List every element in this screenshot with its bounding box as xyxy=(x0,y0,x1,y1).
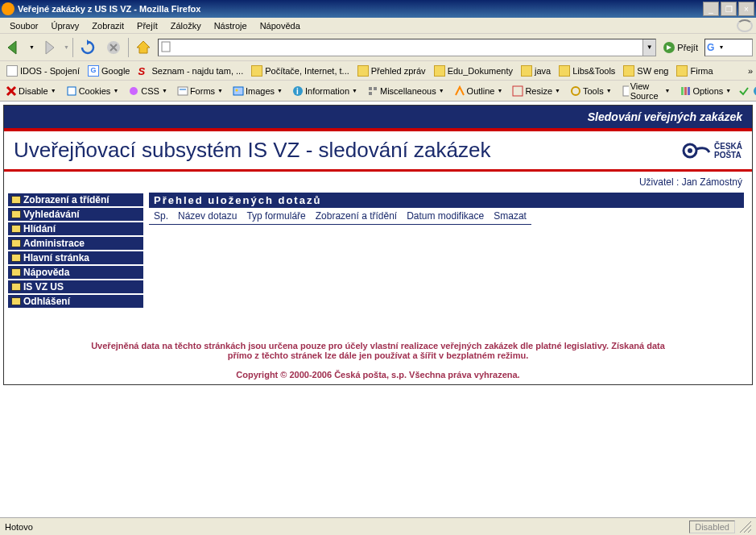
col-sp[interactable]: Sp. xyxy=(149,208,173,225)
url-input[interactable] xyxy=(175,43,642,52)
home-button[interactable] xyxy=(132,36,155,59)
address-bar[interactable]: ▼ xyxy=(158,39,656,56)
css-icon xyxy=(128,85,139,97)
section-title: Přehled uložených dotazů xyxy=(149,193,744,208)
bookmark-idos[interactable]: IDOS - Spojení xyxy=(3,64,83,78)
user-name: Jan Zámostný xyxy=(682,176,742,188)
dev-css[interactable]: CSS▼ xyxy=(126,84,170,98)
go-button[interactable]: Přejít xyxy=(659,41,701,54)
address-dropdown[interactable]: ▼ xyxy=(642,39,655,56)
menu-edit[interactable]: Úpravy xyxy=(44,19,85,32)
form-icon xyxy=(177,85,188,97)
bookmark-folder-edu[interactable]: Edu_Dokumenty xyxy=(431,64,516,78)
search-box[interactable]: G ▾ xyxy=(704,39,753,56)
dev-disable[interactable]: Disable▼ xyxy=(3,84,59,98)
bookmark-google[interactable]: GGoogle xyxy=(85,64,133,78)
page-topbar: Sledování veřejných zakázek xyxy=(4,106,752,131)
navigation-toolbar: ▼ ▼ ▼ Přejít G ▾ xyxy=(0,34,756,61)
dev-images[interactable]: Images▼ xyxy=(230,84,285,98)
col-zobrazeni[interactable]: Zobrazení a třídění xyxy=(311,208,402,225)
dev-check-icon[interactable] xyxy=(738,85,750,97)
folder-icon xyxy=(11,210,21,218)
menu-tools[interactable]: Nástroje xyxy=(208,19,254,32)
dev-viewsource[interactable]: View Source▼ xyxy=(619,80,673,102)
menu-go[interactable]: Přejít xyxy=(130,19,164,32)
menu-file[interactable]: Soubor xyxy=(3,19,44,32)
dev-outline[interactable]: Outline▼ xyxy=(452,84,506,98)
svg-rect-15 xyxy=(513,86,523,96)
svg-rect-6 xyxy=(178,87,188,95)
bookmark-folder-libs[interactable]: Libs&Tools xyxy=(556,64,618,78)
nav-hlavni[interactable]: Hlavní stránka xyxy=(7,251,144,265)
page-icon xyxy=(160,41,173,54)
page-title: Uveřejňovací subsystém IS VZ - sledování… xyxy=(14,138,679,163)
back-button[interactable] xyxy=(3,36,26,59)
minimize-button[interactable]: _ xyxy=(703,2,719,16)
status-disabled: Disabled xyxy=(689,520,735,533)
svg-rect-18 xyxy=(681,87,684,95)
bookmarks-overflow[interactable]: » xyxy=(748,66,753,76)
resize-icon xyxy=(512,85,523,97)
col-nazev[interactable]: Název dotazu xyxy=(173,208,242,225)
bookmark-folder-pocitace[interactable]: Počítače, Internet, t... xyxy=(248,64,353,78)
nav-isvzus[interactable]: IS VZ US xyxy=(7,280,144,294)
nav-vyhledavani[interactable]: Vyhledávání xyxy=(7,207,144,222)
folder-icon xyxy=(11,254,21,262)
bookmark-seznam[interactable]: SSeznam - najdu tam, ... xyxy=(134,64,246,78)
reload-button[interactable] xyxy=(76,36,99,59)
menu-view[interactable]: Zobrazit xyxy=(85,19,130,32)
tools-icon xyxy=(570,85,581,97)
folder-icon xyxy=(521,65,532,77)
dev-cookies[interactable]: Cookies▼ xyxy=(64,84,122,98)
forward-button[interactable] xyxy=(38,36,60,59)
svg-rect-14 xyxy=(369,92,372,95)
ceska-posta-logo: ČESKÁPOŠTA xyxy=(679,141,742,160)
menu-help[interactable]: Nápověda xyxy=(254,19,307,32)
nav-hlidani[interactable]: Hlídání xyxy=(7,222,144,236)
maximize-button[interactable]: ❐ xyxy=(721,2,737,16)
images-icon xyxy=(233,85,244,97)
svg-point-9 xyxy=(235,89,238,91)
folder-icon xyxy=(11,225,21,233)
bookmark-folder-sweng[interactable]: SW eng xyxy=(620,64,671,78)
nav-zobrazeni[interactable]: Zobrazení a třídění xyxy=(7,193,144,207)
source-icon xyxy=(622,85,629,97)
dev-forms[interactable]: Forms▼ xyxy=(175,84,225,98)
search-engine-icon: G xyxy=(707,42,718,53)
forward-dropdown[interactable]: ▼ xyxy=(64,44,69,50)
back-dropdown[interactable]: ▼ xyxy=(29,44,35,50)
menu-bookmarks[interactable]: Záložky xyxy=(164,19,208,32)
resize-grip-icon[interactable] xyxy=(740,521,751,533)
close-button[interactable]: × xyxy=(738,2,754,16)
folder-icon xyxy=(11,268,21,276)
svg-text:G: G xyxy=(707,42,714,53)
nav-administrace[interactable]: Administrace xyxy=(7,236,144,251)
svg-rect-4 xyxy=(68,87,76,95)
dev-help-icon[interactable]: i xyxy=(753,85,756,97)
col-smazat[interactable]: Smazat xyxy=(489,208,531,225)
col-typ[interactable]: Typ formuláře xyxy=(242,208,310,225)
folder-icon xyxy=(434,65,445,77)
dev-tools[interactable]: Tools▼ xyxy=(568,84,614,98)
bookmark-folder-prehled[interactable]: Přehled zpráv xyxy=(354,64,429,78)
nav-napoveda[interactable]: Nápověda xyxy=(7,265,144,280)
col-datum[interactable]: Datum modifikace xyxy=(402,208,489,225)
stop-button[interactable] xyxy=(102,36,125,59)
dev-options[interactable]: Options▼ xyxy=(677,84,733,98)
folder-icon xyxy=(559,65,570,77)
folder-icon xyxy=(11,239,21,247)
nav-odhlaseni[interactable]: Odhlášení xyxy=(7,294,144,309)
bookmark-folder-java[interactable]: java xyxy=(518,64,554,78)
page-viewport: Sledování veřejných zakázek Uveřejňovací… xyxy=(0,102,756,517)
dev-information[interactable]: iInformation▼ xyxy=(290,84,360,98)
go-label: Přejít xyxy=(677,43,698,52)
post-horn-icon xyxy=(679,141,711,160)
dev-resize[interactable]: Resize▼ xyxy=(510,84,563,98)
bookmark-folder-firma[interactable]: Firma xyxy=(673,64,716,78)
dev-misc[interactable]: Miscellaneous▼ xyxy=(365,84,447,98)
status-text: Hotovo xyxy=(5,522,33,532)
webdeveloper-toolbar: Disable▼ Cookies▼ CSS▼ Forms▼ Images▼ iI… xyxy=(0,81,756,102)
folder-icon xyxy=(11,283,21,291)
go-icon xyxy=(663,41,675,54)
copyright-text: Copyright © 2000-2006 Česká pošta, s.p. … xyxy=(4,365,752,384)
